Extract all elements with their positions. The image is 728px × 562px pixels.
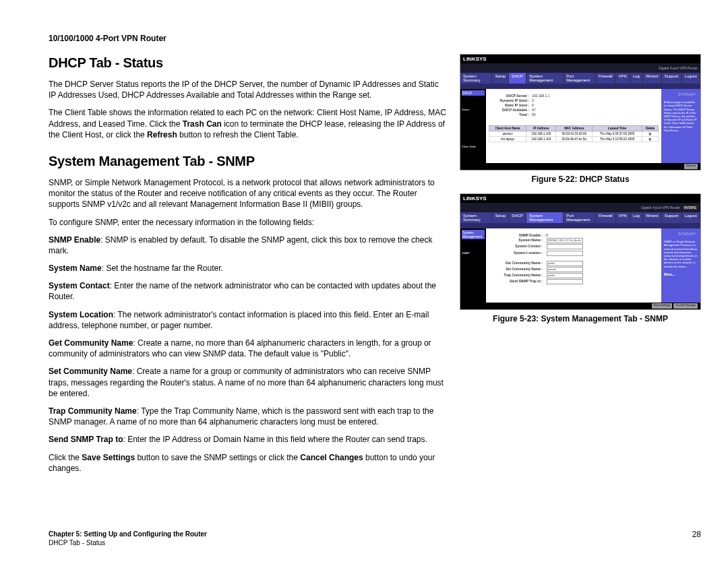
- refresh-button[interactable]: Refresh: [684, 164, 698, 169]
- nav-tab[interactable]: Firewall: [596, 212, 616, 223]
- nav-tab[interactable]: Log: [630, 73, 643, 84]
- field-system-contact: System Contact: Enter the name of the ne…: [49, 280, 446, 302]
- model-label: Gigabit 4-port VPN Router: [659, 66, 698, 70]
- nav-tab[interactable]: Port Management: [564, 212, 596, 223]
- nav-tab[interactable]: Support: [662, 73, 682, 84]
- table-cell: 00:03:41:03:20:09: [556, 131, 593, 137]
- table-header: Client Host Name: [489, 126, 526, 131]
- form-label: Trap Community Name :: [489, 273, 545, 278]
- stat-label: Dynamic IP Used :: [489, 98, 532, 102]
- cancel-changes-button[interactable]: Cancel Changes: [673, 303, 698, 309]
- field-set-community: Set Community Name: Create a name for a …: [49, 366, 446, 399]
- form-input[interactable]: private: [547, 267, 583, 272]
- field-system-location: System Location: The network administrat…: [49, 309, 446, 331]
- trash-can-icon[interactable]: 🗑: [642, 131, 658, 137]
- more-link: More...: [664, 272, 698, 276]
- form-input[interactable]: [547, 279, 583, 284]
- table-header: IP Address: [526, 126, 556, 131]
- stat-value: 47: [532, 108, 659, 112]
- form-label: Set Community Name :: [489, 267, 545, 272]
- table-header: MAC Address: [556, 126, 593, 131]
- form-input[interactable]: [547, 251, 583, 256]
- form-input[interactable]: public: [547, 273, 583, 278]
- nav-tab[interactable]: VPN: [616, 212, 630, 223]
- nav-tab[interactable]: Wizard: [643, 212, 662, 223]
- stat-label: Total :: [489, 113, 532, 117]
- main-text-column: DHCP Tab - Status The DHCP Server Status…: [27, 54, 446, 480]
- table-cell: 192.168.1.102: [526, 131, 556, 137]
- sitemap-link: SITEMAP: [664, 231, 698, 237]
- table-header: Leased Time: [593, 126, 642, 131]
- stat-label: DHCP Server :: [489, 94, 532, 98]
- heading-snmp: System Management Tab - SNMP: [49, 152, 446, 170]
- form-label: Get Community Name :: [489, 261, 545, 266]
- table-cell: Thu May 5 10:35:22 2005: [593, 137, 642, 142]
- field-system-name: System Name: Set the hostname far the Ro…: [49, 263, 446, 274]
- nav-tab[interactable]: Setup: [492, 73, 509, 84]
- help-text: A Status page is available to review DHC…: [664, 100, 698, 132]
- nav-tab[interactable]: Firewall: [596, 73, 616, 84]
- nav-tab[interactable]: Setup: [492, 212, 509, 223]
- table-cell: qacisco: [489, 131, 526, 137]
- footer-chapter: Chapter 5: Setting Up and Configuring th…: [49, 530, 207, 538]
- nav-tab[interactable]: Logout: [682, 212, 700, 223]
- cisco-logo-icon: [705, 546, 725, 559]
- figure-23-caption: Figure 5-23: System Management Tab - SNM…: [460, 314, 701, 323]
- heading-dhcp-status: DHCP Tab - Status: [49, 54, 446, 72]
- table-row: dm-laptop192.168.1.10400:0e:9b:67:bc:5aT…: [489, 137, 659, 142]
- nav-tab[interactable]: System Management: [526, 212, 564, 223]
- stat-value: 50: [532, 113, 659, 117]
- nav-tab[interactable]: Logout: [682, 73, 700, 84]
- nav-tab[interactable]: System Summary: [460, 212, 492, 223]
- form-input[interactable]: [547, 244, 583, 249]
- nav-tab[interactable]: System Summary: [460, 73, 492, 84]
- para-dhcp-1: The DHCP Server Status reports the IP of…: [49, 79, 446, 100]
- page-number: 28: [692, 530, 701, 547]
- nav-tab[interactable]: VPN: [616, 73, 630, 84]
- save-settings-button[interactable]: Save Settings: [652, 303, 673, 309]
- nav-tab[interactable]: System Management: [526, 73, 564, 84]
- form-input[interactable]: RV0042_00:12:17:4c:6e:4b: [547, 238, 583, 243]
- nav-tab[interactable]: Support: [662, 212, 682, 223]
- sidebar-status: Status: [462, 108, 485, 111]
- field-send-trap-to: Send SNMP Trap to: Enter the IP Address …: [49, 434, 446, 445]
- figure-23-snmp: LINKSYS Gigabit 4-port VPN Router RV0041…: [460, 193, 701, 310]
- form-label: System Contact :: [489, 244, 545, 250]
- form-label: System Name :: [489, 238, 545, 243]
- para-save-cancel: Click the Save Settings button to save t…: [49, 452, 446, 474]
- snmp-enable-checkbox[interactable]: ☑: [545, 233, 548, 237]
- table-cell: Thu May 6 05:37:03 2005: [593, 131, 642, 137]
- stat-value: 0: [532, 103, 659, 107]
- stat-value: 3: [532, 98, 659, 102]
- brand-logo: LINKSYS: [460, 55, 700, 63]
- table-row: qacisco192.168.1.10200:03:41:03:20:09Thu…: [489, 131, 659, 137]
- nav-tab[interactable]: DHCP: [509, 73, 526, 84]
- model-label: Gigabit 4-port VPN Router: [641, 206, 680, 210]
- table-cell: 00:0e:9b:67:bc:5a: [556, 137, 593, 142]
- client-table: Client Host NameIP AddressMAC AddressLea…: [489, 125, 659, 142]
- form-label: SNMP Enable :: [489, 233, 545, 237]
- field-snmp-enable: SNMP Enable: SNMP is enabled by default.…: [49, 235, 446, 256]
- form-label: Send SNMP Trap to :: [489, 279, 545, 285]
- model-number: RV0041: [683, 206, 698, 210]
- form-label: System Location :: [489, 251, 545, 257]
- help-text: SNMP, or Simple Network Management Proto…: [664, 240, 698, 268]
- nav-tab[interactable]: Log: [630, 212, 643, 223]
- nav-tab[interactable]: Port Management: [564, 73, 596, 84]
- stat-label: Static IP Used :: [489, 103, 532, 107]
- para-snmp-1: SNMP, or Simple Network Management Proto…: [49, 177, 446, 210]
- sitemap-link: SITEMAP: [664, 92, 698, 98]
- nav-tab[interactable]: Wizard: [643, 73, 662, 84]
- figure-22-caption: Figure 5-22: DHCP Status: [460, 175, 701, 184]
- product-header: 10/100/1000 4-Port VPN Router: [49, 34, 701, 43]
- table-header: Delete: [642, 126, 658, 131]
- brand-logo: LINKSYS: [460, 194, 700, 203]
- nav-tab[interactable]: DHCP: [509, 212, 526, 223]
- field-get-community: Get Community Name: Create a name, no mo…: [49, 338, 446, 359]
- trash-can-icon[interactable]: 🗑: [642, 137, 658, 142]
- stat-label: DHCP Available :: [489, 108, 532, 112]
- footer-subtitle: DHCP Tab - Status: [49, 538, 207, 547]
- stat-value: 192.168.1.1: [532, 94, 659, 98]
- form-input[interactable]: public: [547, 261, 583, 266]
- field-trap-community: Trap Community Name: Type the Trap Commu…: [49, 406, 446, 427]
